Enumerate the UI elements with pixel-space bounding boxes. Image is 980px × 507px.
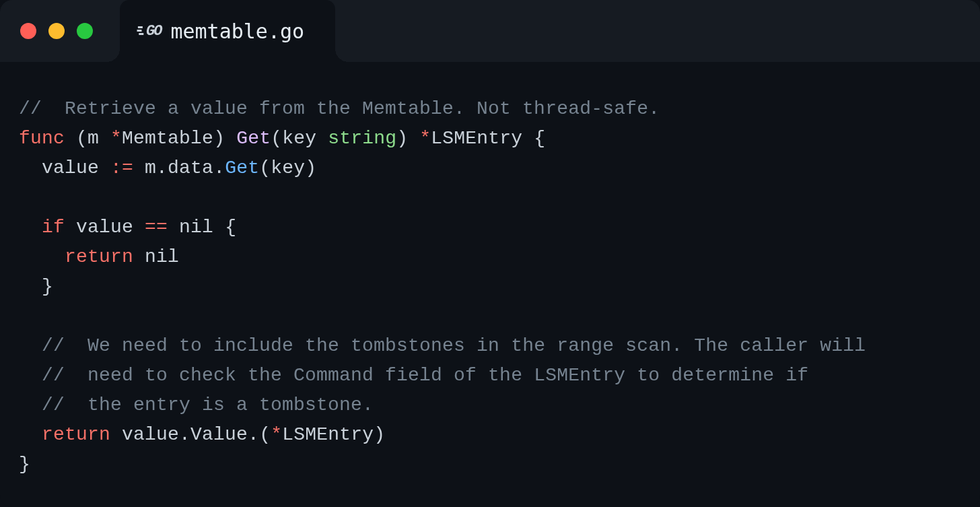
close-icon[interactable]: [20, 23, 36, 39]
code-line: [19, 183, 961, 213]
code-line: [19, 302, 961, 331]
editor-window: GO memtable.go // Retrieve a value from …: [0, 0, 980, 507]
code-line: }: [19, 272, 961, 302]
code-line: // the entry is a tombstone.: [19, 391, 961, 420]
code-line: return nil: [19, 242, 961, 272]
code-line: func (m *Memtable) Get(key string) *LSME…: [19, 124, 961, 154]
zoom-icon[interactable]: [77, 23, 93, 39]
code-line: if value == nil {: [19, 213, 961, 242]
code-editor[interactable]: // Retrieve a value from the Memtable. N…: [0, 62, 980, 507]
go-lang-icon: GO: [143, 23, 161, 40]
tab-label: memtable.go: [170, 20, 304, 43]
code-line: // need to check the Command field of th…: [19, 361, 961, 391]
code-line: return value.Value.(*LSMEntry): [19, 420, 961, 450]
minimize-icon[interactable]: [48, 23, 65, 39]
code-line: // Retrieve a value from the Memtable. N…: [19, 94, 961, 124]
code-line: value := m.data.Get(key): [19, 154, 961, 183]
traffic-lights: [20, 23, 93, 39]
code-line: }: [19, 450, 961, 479]
code-line: // We need to include the tombstones in …: [19, 331, 961, 361]
tab-file[interactable]: GO memtable.go: [120, 0, 335, 62]
titlebar: GO memtable.go: [0, 0, 980, 62]
